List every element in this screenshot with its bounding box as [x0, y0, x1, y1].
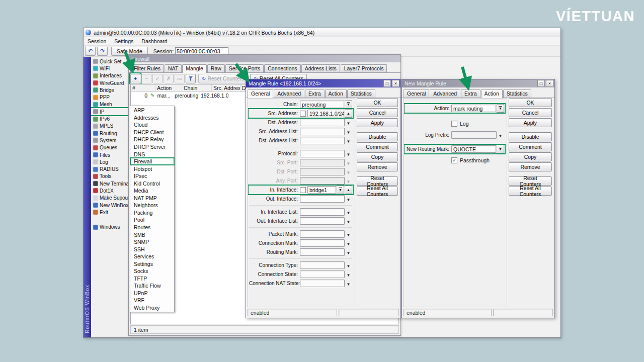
field-input[interactable]	[300, 230, 345, 238]
submenu-item[interactable]: Services	[130, 253, 174, 260]
dropdown-list-icon[interactable]	[497, 145, 504, 153]
submenu-item[interactable]: DHCP Client	[130, 129, 174, 136]
dropdown-arrow-icon[interactable]	[345, 209, 352, 215]
submenu-item[interactable]: NAT PMP	[130, 195, 174, 202]
close-icon[interactable]: ×	[392, 80, 399, 87]
firewall-tab[interactable]: Connections	[264, 64, 300, 72]
dialog-button[interactable]: Remove	[357, 162, 398, 171]
dialog-tab[interactable]: General	[248, 89, 273, 98]
filter-icon[interactable]	[186, 74, 196, 83]
menu-item[interactable]: Settings	[114, 38, 133, 44]
submenu-item[interactable]: IPsec	[130, 172, 174, 180]
sidebar-item[interactable]: Quick Set	[91, 58, 131, 65]
dropdown-list-icon[interactable]	[337, 186, 344, 194]
dropdown-arrow-icon[interactable]	[345, 129, 352, 135]
dropdown-arrow-icon[interactable]	[345, 196, 352, 202]
window-titlebar[interactable]: admin@50:00:00:0C:00:03 (MikroTik) - Win…	[84, 28, 560, 37]
column-header[interactable]: Chain	[182, 84, 212, 92]
dropdown-arrow-icon[interactable]	[345, 178, 352, 184]
dialog-button[interactable]: Reset All Counters	[357, 187, 398, 196]
dropdown-arrow-icon[interactable]	[345, 218, 352, 224]
sidebar-item[interactable]: RADIUS	[91, 165, 131, 172]
submenu-item[interactable]: Addresses	[130, 114, 174, 122]
field-input[interactable]	[300, 280, 345, 287]
submenu-item[interactable]: VRF	[130, 297, 174, 304]
column-header[interactable]: #	[131, 84, 155, 92]
dialog-button[interactable]: Reset All Counters	[509, 187, 552, 196]
sidebar-item[interactable]: System	[91, 137, 131, 144]
dialog-button[interactable]: Cancel	[509, 108, 552, 117]
dropdown-arrow-icon[interactable]	[345, 160, 352, 166]
submenu-item[interactable]: Cloud	[130, 121, 174, 129]
sidebar-item[interactable]: IPv6	[91, 115, 131, 122]
dialog-button[interactable]: Copy	[357, 152, 398, 161]
maximize-icon[interactable]: □	[383, 80, 391, 87]
dropdown-arrow-icon[interactable]	[345, 262, 352, 268]
collapse-up-icon[interactable]	[345, 186, 352, 194]
sidebar-item[interactable]: Mesh	[91, 101, 131, 108]
dialog-tab[interactable]: Extra	[305, 89, 325, 98]
dialog-button[interactable]: Copy	[509, 152, 552, 161]
dropdown-arrow-icon[interactable]	[345, 138, 352, 144]
dropdown-arrow-icon[interactable]	[345, 169, 352, 175]
dialog-button[interactable]: Disable	[509, 132, 552, 141]
submenu-item[interactable]: ARP	[130, 107, 174, 114]
enable-icon[interactable]: ✓	[152, 74, 163, 83]
log-checkbox[interactable]	[451, 121, 457, 127]
field-input[interactable]	[300, 270, 345, 278]
dropdown-arrow-icon[interactable]	[345, 151, 352, 157]
field-input[interactable]: prerouting	[300, 101, 344, 108]
field-checkbox[interactable]	[300, 111, 306, 117]
field-input[interactable]	[300, 208, 345, 216]
submenu-item[interactable]: Routes	[130, 224, 174, 231]
dropdown-arrow-icon[interactable]	[345, 272, 352, 278]
firewall-tab[interactable]: Service Ports	[225, 64, 264, 72]
submenu-item[interactable]: UPnP	[130, 290, 174, 297]
sidebar-item[interactable]: IP	[91, 108, 131, 115]
submenu-item[interactable]: Packing	[130, 209, 174, 217]
sidebar-item[interactable]: Exit	[91, 209, 131, 216]
collapse-up-icon[interactable]	[345, 109, 352, 118]
submenu-item[interactable]: Settings	[130, 260, 174, 267]
sidebar-item[interactable]: Queues	[91, 144, 131, 151]
sidebar-item[interactable]: WireGuard	[91, 79, 131, 86]
close-icon[interactable]: ×	[546, 80, 553, 87]
submenu-item[interactable]: DHCP Relay	[130, 136, 174, 143]
new-mangle-titlebar[interactable]: New Mangle Rule □ ×	[402, 79, 554, 87]
field-input[interactable]: 192.168.1.0/24	[307, 110, 344, 117]
firewall-tab[interactable]: Layer7 Protocols	[341, 64, 387, 72]
submenu-item[interactable]: SNMP	[130, 238, 174, 246]
dropdown-arrow-icon[interactable]	[345, 240, 352, 246]
dropdown-arrow-icon[interactable]	[345, 249, 352, 255]
column-header[interactable]: Src. Address	[212, 84, 240, 92]
submenu-item[interactable]: Traffic Flow	[130, 282, 174, 290]
firewall-tab[interactable]: Mangle	[182, 64, 206, 73]
submenu-item[interactable]: TFTP	[130, 275, 174, 283]
dropdown-arrow-icon[interactable]	[345, 281, 352, 287]
session-input[interactable]	[175, 47, 228, 55]
sidebar-item[interactable]: WiFi	[91, 65, 131, 72]
dialog-button[interactable]: Reset Counters	[509, 176, 552, 186]
submenu-item[interactable]: Kid Control	[130, 179, 174, 187]
sidebar-item[interactable]: Files	[91, 151, 131, 158]
submenu-item[interactable]: Hotspot	[130, 165, 174, 172]
dialog-tab[interactable]: Statistics	[347, 89, 375, 98]
firewall-tab[interactable]: Raw	[207, 64, 225, 72]
menu-item[interactable]: Dashboard	[141, 38, 167, 44]
field-input[interactable]	[300, 239, 345, 247]
submenu-item[interactable]: SMB	[130, 231, 174, 238]
sidebar-item[interactable]: Windows	[91, 224, 131, 231]
dialog-tab[interactable]: General	[404, 89, 429, 98]
sidebar-item[interactable]: Interfaces	[91, 72, 131, 79]
submenu-item[interactable]: Media	[130, 187, 174, 195]
remove-icon[interactable]: −	[141, 74, 151, 83]
field-input[interactable]: bridge1	[307, 186, 336, 194]
mangle-dialog-titlebar[interactable]: Mangle Rule <192.168.1.0/24> □ ×	[246, 79, 400, 87]
submenu-item[interactable]: SSH	[130, 245, 174, 253]
dialog-button[interactable]: Reset Counters	[357, 176, 398, 186]
field-checkbox[interactable]	[300, 187, 306, 193]
action-input[interactable]: mark routing	[451, 105, 496, 112]
dialog-button[interactable]: Cancel	[357, 108, 398, 117]
add-icon[interactable]: +	[130, 74, 140, 83]
dialog-button[interactable]: Comment	[357, 142, 398, 151]
